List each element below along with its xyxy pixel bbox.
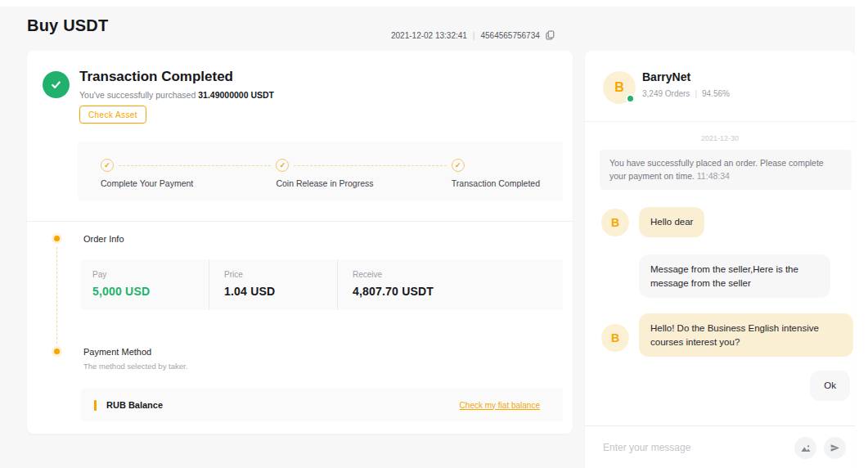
step-connector [119,165,271,166]
chat-panel: B BarryNet 3,249 Orders | 94.56% 2021-12… [585,51,855,468]
chat-message-seller: Message from the seller,Here is the mess… [639,254,830,298]
chat-header: B BarryNet 3,249 Orders | 94.56% [585,51,855,121]
seller-rating: 94.56% [702,89,730,98]
order-id: 4564565756734 [480,31,539,40]
order-meta: 2021-12-02 13:32:41 | 4564565756734 [391,30,555,40]
chat-message-seller: Hello dear [639,207,704,237]
step-connector [294,165,446,166]
scrollbar-gutter [855,0,868,468]
meta-separator: | [473,31,475,40]
check-fiat-balance-link[interactable]: Check my fiat balance [460,401,540,410]
payment-method-bullet [54,349,60,354]
online-status-dot [626,94,635,103]
step-check-icon: ✓ [101,159,114,172]
copy-icon[interactable] [546,30,555,40]
send-message-button[interactable] [824,437,846,459]
seller-orders: 3,249 Orders [642,89,690,98]
status-subtitle-text: You've successfully purchased [79,90,198,100]
attach-image-button[interactable] [794,437,816,459]
seller-name: BarryNet [642,70,690,83]
receive-value: 4,807.70 USDT [353,285,563,298]
payment-method-box: RUB Balance Check my fiat balance [81,389,563,421]
seller-stats: 3,249 Orders | 94.56% [642,89,730,98]
purchased-amount: 31.49000000 USDT [198,90,274,100]
success-check-icon [43,71,70,98]
step-check-icon: ✓ [452,159,465,172]
chat-header-divider [585,121,855,122]
receive-label: Receive [353,270,563,279]
step-transaction-completed: ✓ Transaction Completed [452,159,540,200]
price-value: 1.04 USD [224,285,337,298]
step-check-icon: ✓ [276,159,289,172]
pay-value: 5,000 USD [92,285,209,298]
message-avatar: B [601,209,629,236]
system-message-time: 11:48:34 [697,171,730,181]
order-timestamp: 2021-12-02 13:32:41 [391,31,467,40]
system-message: You have successfully placed an order. P… [600,150,852,190]
timeline-dashed-line [56,247,57,344]
chat-message-seller: Hello! Do the Business English intensive… [639,313,853,357]
step-complete-payment: ✓ Complete Your Payment [101,159,276,200]
receive-column: Receive 4,807.70 USDT [337,259,563,310]
pay-label: Pay [92,270,209,279]
progress-steps: ✓ Complete Your Payment ✓ Coin Release i… [78,142,563,200]
order-detail-card: Transaction Completed You've successfull… [27,51,573,434]
price-label: Price [224,270,337,279]
pay-column: Pay 5,000 USD [81,259,209,310]
price-column: Price 1.04 USD [209,259,337,310]
step-label: Coin Release in Progress [276,178,451,188]
chat-message-buyer: Ok [810,371,850,401]
payment-method-name: RUB Balance [106,400,163,410]
check-asset-button[interactable]: Check Asset [79,106,146,124]
chat-message-input[interactable] [603,435,758,460]
status-subtitle: You've successfully purchased 31.4900000… [79,90,274,100]
chat-date: 2021-12-30 [585,134,855,142]
payment-method-subtitle: The method selected by taker. [83,362,187,371]
message-avatar: B [601,324,629,352]
chat-input-divider [585,425,855,426]
payment-accent-bar [94,400,97,411]
order-info-box: Pay 5,000 USD Price 1.04 USD Receive 4,8… [81,259,563,310]
step-coin-release: ✓ Coin Release in Progress [276,159,451,200]
card-divider [27,221,573,222]
order-info-bullet [54,236,60,241]
top-white-strip [0,0,868,7]
step-label: Transaction Completed [452,178,540,188]
status-title: Transaction Completed [79,69,233,85]
send-icon [830,443,840,453]
page-title: Buy USDT [27,16,108,35]
order-info-title: Order Info [83,234,124,244]
image-icon [800,443,812,454]
stats-separator: | [695,89,697,98]
step-label: Complete Your Payment [101,178,276,188]
payment-method-title: Payment Method [83,347,151,357]
